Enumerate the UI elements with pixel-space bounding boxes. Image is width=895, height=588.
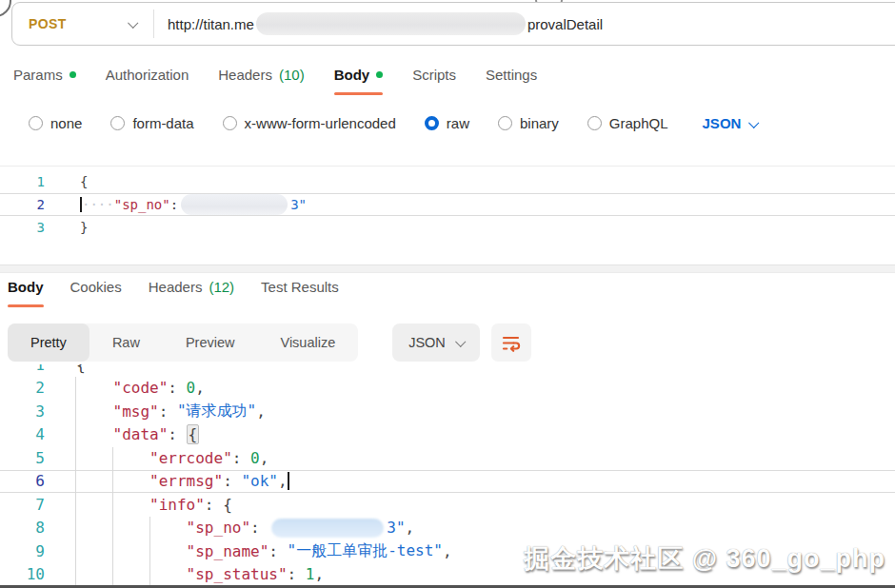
tab-response-body[interactable]: Body [8, 279, 44, 307]
method-label: POST [29, 16, 67, 31]
code-token: , [256, 402, 266, 421]
line-number: 3 [0, 402, 53, 421]
code-token: : [232, 449, 250, 467]
line-number: 4 [0, 425, 53, 443]
redacted-blur [181, 194, 288, 215]
code-token: 0 [187, 379, 196, 397]
code-line[interactable]: 3"msg": "请求成功", [0, 400, 895, 423]
tab-label: Settings [486, 67, 537, 83]
code-token: "errcode" [149, 449, 232, 467]
code-token: "sp_no" [114, 197, 170, 212]
code-token: "info" [149, 496, 205, 514]
view-raw-button[interactable]: Raw [90, 323, 163, 362]
url-input[interactable]: http://titan.me provalDetail [154, 12, 895, 35]
code-line[interactable]: 2····"sp_no":3" [0, 193, 895, 216]
postman-window: POST http://titan.me provalDetail Params… [0, 0, 895, 588]
line-number: 6 [0, 472, 53, 490]
code-line[interactable]: 1{ [0, 364, 895, 377]
tab-settings[interactable]: Settings [486, 67, 537, 95]
radio-icon [110, 116, 125, 130]
request-body-editor[interactable]: 1{2····"sp_no":3"3} [0, 166, 895, 265]
radio-icon [498, 116, 512, 130]
chevron-down-icon [748, 117, 759, 127]
tab-headers[interactable]: Headers (10) [218, 67, 304, 95]
chevron-down-icon [455, 337, 466, 347]
code-token: "sp_no" [187, 519, 250, 537]
request-editor-lines: 1{2····"sp_no":3"3} [0, 170, 895, 239]
body-language-select[interactable]: JSON [703, 115, 758, 131]
code-content: "errcode": 0, [76, 449, 268, 467]
language-label: JSON [703, 115, 742, 131]
language-label: JSON [408, 335, 446, 350]
code-token: , [278, 472, 288, 490]
code-token: "一般工单审批-test" [288, 541, 443, 561]
code-line[interactable]: 2"code": 0, [0, 377, 895, 401]
section-separator [0, 265, 895, 273]
word-wrap-button[interactable] [491, 323, 531, 362]
tab-response-headers[interactable]: Headers (12) [149, 279, 234, 307]
radio-icon [29, 116, 43, 130]
code-line[interactable]: 4"data": { [0, 423, 895, 447]
code-line[interactable]: 5"errcode": 0, [0, 446, 895, 470]
indent-guide [149, 517, 150, 588]
code-token: "sp_status" [187, 565, 288, 583]
line-number: 10 [0, 565, 53, 583]
radio-raw[interactable]: raw [425, 115, 469, 131]
radio-graphql[interactable]: GraphQL [587, 115, 668, 131]
line-number: 3 [0, 220, 53, 235]
code-line[interactable]: 3} [0, 216, 895, 239]
cursor-ring-corner [0, 0, 11, 17]
code-content: { [76, 364, 86, 374]
radio-binary[interactable]: binary [498, 115, 559, 131]
line-number: 9 [0, 542, 53, 560]
code-content: ····"sp_no":3" [80, 194, 307, 215]
radio-label: form-data [132, 115, 193, 131]
view-visualize-button[interactable]: Visualize [257, 323, 358, 362]
radio-form-data[interactable]: form-data [110, 115, 193, 131]
code-token: : [205, 496, 223, 514]
code-line[interactable]: 8"sp_no": 3", [0, 517, 895, 540]
text-cursor [288, 472, 289, 490]
code-token: ···· [82, 197, 114, 212]
radio-x-www-form-urlencoded[interactable]: x-www-form-urlencoded [223, 115, 396, 131]
code-token: } [80, 220, 88, 235]
green-dot [70, 71, 76, 78]
url-prefix: http://titan.me [168, 16, 254, 32]
code-content: "msg": "请求成功", [76, 402, 266, 421]
tab-label: Authorization [106, 67, 189, 83]
tab-label: Headers [218, 67, 272, 83]
tab-body[interactable]: Body [334, 67, 384, 95]
line-number: 2 [0, 379, 53, 397]
tab-test-results[interactable]: Test Results [261, 279, 339, 307]
code-token: 1 [306, 565, 315, 583]
code-line[interactable]: 1{ [0, 170, 895, 193]
code-content: } [80, 220, 88, 235]
tab-scripts[interactable]: Scripts [412, 67, 456, 95]
code-token: , [443, 542, 452, 560]
code-line[interactable]: 6"errmsg": "ok", [0, 470, 895, 494]
tab-cookies[interactable]: Cookies [70, 279, 122, 307]
response-language-select[interactable]: JSON [392, 323, 480, 362]
headers-count: (12) [209, 279, 234, 295]
tab-authorization[interactable]: Authorization [106, 67, 189, 95]
view-preview-button[interactable]: Preview [163, 323, 258, 362]
code-content: { [80, 174, 88, 189]
code-token: 3" [290, 197, 307, 212]
code-token: 0 [250, 449, 260, 467]
indent-guide [75, 377, 76, 588]
line-number: 2 [0, 197, 53, 212]
view-pretty-button[interactable]: Pretty [8, 323, 90, 362]
code-token: : [168, 379, 186, 397]
tab-params[interactable]: Params [13, 67, 76, 95]
code-content: "info": { [76, 496, 232, 514]
method-selector[interactable]: POST [12, 16, 153, 31]
redacted-blur [271, 519, 384, 538]
green-dot [376, 71, 383, 78]
code-line[interactable]: 7"info": { [0, 493, 895, 517]
radio-none[interactable]: none [29, 115, 82, 131]
code-token: , [406, 519, 415, 537]
code-token: : [288, 565, 306, 583]
indent-guide [112, 447, 113, 588]
body-mode-row: none form-data x-www-form-urlencoded raw… [29, 115, 757, 131]
code-token: : [250, 519, 268, 537]
